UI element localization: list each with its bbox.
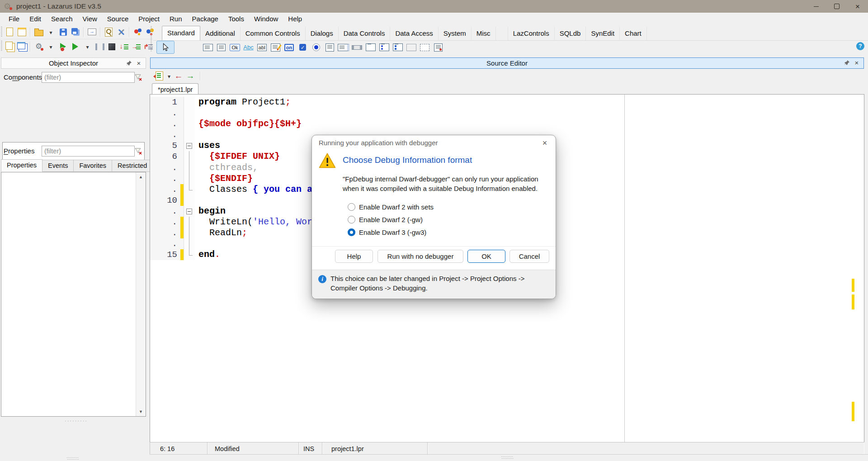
new-unit-button[interactable] — [4, 26, 16, 38]
palette-tab-standard[interactable]: Standard — [162, 26, 200, 41]
filter-clear-icon[interactable] — [133, 72, 143, 82]
menu-item-help[interactable]: Help — [283, 13, 307, 25]
find-in-files-button[interactable] — [103, 26, 115, 38]
menu-item-view[interactable]: View — [78, 13, 102, 25]
palette-component-tframe[interactable] — [419, 42, 431, 53]
palette-help-icon[interactable]: ? — [856, 42, 864, 50]
palette-tab-synedit[interactable]: SynEdit — [586, 27, 620, 40]
build-mode-dropdown-button[interactable] — [45, 41, 57, 53]
radio-icon[interactable] — [348, 216, 355, 223]
palette-component-tlistbox[interactable] — [324, 42, 336, 53]
run-button[interactable] — [69, 41, 81, 53]
palette-tab-common-controls[interactable]: Common Controls — [241, 27, 306, 40]
properties-filter-input[interactable] — [42, 146, 135, 157]
property-grid-scrollbar[interactable]: ▲ ▼ — [136, 172, 146, 416]
goto-dropdown[interactable] — [165, 70, 173, 82]
step-into-button[interactable] — [130, 41, 142, 53]
radio-enable-dwarf-3-gw3[interactable]: Enable Dwarf 3 (-gw3) — [348, 226, 434, 238]
selection-tool-button[interactable] — [156, 41, 175, 54]
pin-icon[interactable] — [842, 58, 852, 68]
palette-component-tedit[interactable]: abI — [256, 42, 268, 53]
dialog-close-button[interactable]: × — [539, 138, 550, 148]
palette-component-tcheckgroup[interactable] — [392, 42, 404, 53]
view-units-button[interactable] — [132, 26, 144, 38]
close-button[interactable]: × — [847, 0, 868, 13]
scroll-down-icon[interactable]: ▼ — [136, 407, 146, 416]
stop-button[interactable] — [106, 41, 118, 53]
tab-properties[interactable]: Properties — [1, 159, 42, 172]
new-window-button[interactable] — [86, 26, 98, 38]
run-with-no-debugger-button[interactable]: Run with no debugger — [377, 250, 463, 263]
save-all-button[interactable] — [69, 26, 81, 38]
close-icon[interactable]: × — [852, 58, 862, 68]
menu-item-search[interactable]: Search — [46, 13, 78, 25]
components-filter-input[interactable] — [42, 72, 135, 83]
run-without-debugging-button[interactable] — [57, 41, 69, 53]
help-button[interactable]: Help — [335, 250, 373, 263]
palette-grip[interactable] — [151, 26, 152, 52]
maximize-button[interactable] — [826, 0, 847, 13]
splitter-handle[interactable] — [67, 457, 79, 460]
palette-component-tradiogroup[interactable] — [378, 42, 390, 53]
menu-item-tools[interactable]: Tools — [223, 13, 249, 25]
new-form-button[interactable] — [16, 26, 28, 38]
palette-component-tradiobutton[interactable] — [310, 42, 322, 53]
fold-toggle-icon[interactable] — [184, 140, 195, 151]
radio-selected-icon[interactable] — [348, 228, 355, 236]
menu-item-edit[interactable]: Edit — [24, 13, 46, 25]
toggle-form-button[interactable] — [16, 41, 28, 53]
ok-button[interactable]: OK — [467, 250, 505, 263]
radio-enable-dwarf-2-with-sets[interactable]: Enable Dwarf 2 with sets — [348, 200, 434, 213]
scroll-up-icon[interactable]: ▲ — [136, 172, 146, 181]
palette-tab-chart[interactable]: Chart — [620, 27, 647, 40]
palette-component-tpanel[interactable] — [405, 42, 417, 53]
menu-item-window[interactable]: Window — [249, 13, 283, 25]
object-inspector-header[interactable]: Object Inspector × — [1, 57, 146, 69]
run-dropdown-button[interactable] — [81, 41, 94, 53]
messages-splitter[interactable] — [150, 454, 868, 461]
save-button[interactable] — [57, 26, 69, 38]
fold-toggle-icon[interactable] — [184, 206, 195, 217]
tab-events[interactable]: Events — [42, 160, 74, 172]
tab-restricted[interactable]: Restricted — [112, 160, 153, 172]
ide-options-button[interactable] — [115, 26, 127, 38]
splitter-handle[interactable] — [501, 456, 513, 459]
toggle-unit-button[interactable] — [4, 41, 16, 53]
code-line[interactable]: 1program Project1; — [150, 97, 864, 108]
palette-component-tlabel[interactable]: Abc — [242, 42, 255, 53]
palette-component-tmemo[interactable] — [269, 42, 282, 53]
radio-icon[interactable] — [348, 203, 355, 211]
palette-component-tgroupbox[interactable] — [364, 42, 377, 53]
palette-component-tmainmenu[interactable] — [202, 42, 214, 53]
palette-tab-dialogs[interactable]: Dialogs — [306, 27, 339, 40]
palette-tab-data-controls[interactable]: Data Controls — [339, 27, 391, 40]
open-button[interactable] — [33, 26, 45, 38]
property-grid[interactable]: ▲ ▼ — [1, 172, 146, 417]
goto-include-button[interactable] — [153, 70, 165, 82]
palette-tab-system[interactable]: System — [439, 27, 472, 40]
editor-tab-project1[interactable]: *project1.lpr — [152, 83, 198, 95]
filter-clear-icon[interactable] — [133, 146, 143, 156]
palette-component-ttogglebox[interactable]: on — [283, 42, 295, 53]
navigate-forward-button[interactable]: → — [184, 71, 196, 81]
radio-enable-dwarf-2-gw[interactable]: Enable Dwarf 2 (-gw) — [348, 213, 434, 226]
code-line[interactable]: .{$mode objfpc}{$H+} — [150, 119, 864, 129]
palette-component-tactionlist[interactable] — [432, 42, 444, 53]
menu-item-run[interactable]: Run — [165, 13, 187, 25]
palette-component-tpopupmenu[interactable] — [215, 42, 227, 53]
palette-component-tcheckbox[interactable]: ✓ — [297, 42, 309, 53]
step-over-button[interactable] — [118, 41, 130, 53]
code-line[interactable]: . — [150, 108, 864, 119]
close-icon[interactable]: × — [134, 58, 144, 68]
palette-component-tbutton[interactable]: Ok — [229, 42, 241, 53]
palette-tab-lazcontrols[interactable]: LazControls — [508, 27, 555, 40]
build-mode-button[interactable] — [33, 41, 45, 53]
palette-tab-additional[interactable]: Additional — [200, 27, 241, 40]
pause-button[interactable] — [94, 41, 106, 53]
minimize-button[interactable] — [806, 0, 826, 13]
palette-component-tcombobox[interactable] — [337, 42, 349, 53]
dialog-titlebar[interactable]: Running your application with debugger — [312, 135, 556, 150]
palette-tab-sqldb[interactable]: SQLdb — [555, 27, 586, 40]
menu-item-file[interactable]: File — [4, 13, 24, 25]
menu-item-project[interactable]: Project — [133, 13, 165, 25]
